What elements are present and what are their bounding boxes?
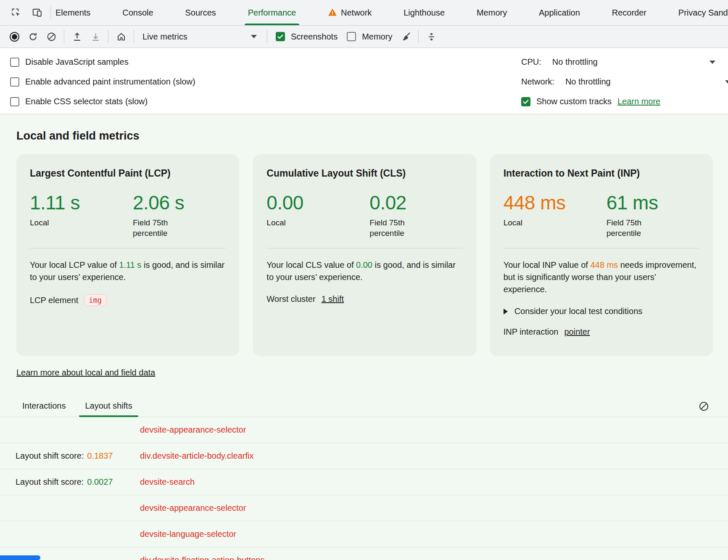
tab-console[interactable]: Console	[121, 0, 154, 25]
tab-label: Network	[341, 8, 372, 18]
field-metric-label: Field 75th percentile	[133, 217, 180, 239]
local-test-conditions-disclosure[interactable]: Consider your local test conditions	[504, 306, 699, 316]
description-value: 1.11 s	[119, 260, 141, 269]
tab-label: Privacy Sandbox	[678, 8, 728, 18]
inp-interaction-label: INP interaction	[504, 327, 559, 337]
advanced-paint-option: Enable advanced paint instrumentation (s…	[10, 72, 521, 92]
chevron-down-icon	[710, 61, 715, 64]
live-metrics-label: Live metrics	[142, 32, 187, 42]
expand-settings-button[interactable]	[422, 28, 440, 45]
node-link[interactable]: div.devsite-article-body.clearfix	[140, 451, 253, 461]
horizontal-scrollbar-thumb[interactable]	[0, 555, 40, 560]
node-link[interactable]: devsite-language-selector	[140, 529, 236, 539]
metric-values: 448 ms Local 61 ms Field 75th percentile	[504, 193, 699, 240]
screenshots-option: Screenshots	[276, 32, 338, 42]
live-metrics-select[interactable]: Live metrics	[137, 28, 264, 45]
score-value: 0.1837	[87, 451, 113, 460]
node-link[interactable]: devsite-search	[140, 477, 195, 487]
learn-more-link[interactable]: Learn more	[617, 97, 660, 106]
device-toolbar-button[interactable]	[27, 3, 47, 22]
metric-card-cls: Cumulative Layout Shift (CLS) 0.00 Local…	[253, 154, 476, 356]
network-throttling-select[interactable]: Network: No throttling	[521, 72, 728, 92]
tab-label: Application	[539, 8, 580, 18]
checkbox-label: Disable JavaScript samples	[25, 57, 129, 67]
tab-network[interactable]: Network	[327, 0, 373, 25]
node-link[interactable]: devsite-appearance-selector	[140, 425, 246, 435]
disable-js-samples-checkbox[interactable]	[10, 58, 19, 67]
inp-interaction-link[interactable]: pointer	[564, 327, 590, 337]
field-metric-value: 0.02	[369, 193, 417, 214]
save-profile-button[interactable]	[86, 28, 105, 45]
live-metrics-log: Interactions Layout shifts devsite-appea…	[0, 398, 728, 560]
reload-and-record-button[interactable]	[24, 28, 42, 45]
metric-card-title: Cumulative Layout Shift (CLS)	[266, 168, 462, 179]
tab-label: Recorder	[612, 8, 646, 18]
home-button[interactable]	[112, 28, 130, 45]
node-link[interactable]: div.devsite-floating-action-buttons	[140, 555, 264, 560]
local-metric-label: Local	[30, 217, 133, 228]
worst-cluster-label: Worst cluster	[266, 294, 315, 304]
record-icon	[10, 32, 19, 42]
worst-cluster-link[interactable]: 1 shift	[322, 294, 344, 304]
description-value: 448 ms	[590, 260, 618, 269]
memory-checkbox[interactable]	[347, 32, 356, 41]
local-metric-label: Local	[504, 217, 607, 228]
chevron-down-icon	[725, 80, 728, 84]
score-value: 0.0027	[87, 477, 113, 486]
tab-elements[interactable]: Elements	[54, 0, 92, 25]
description-text: Your local INP value of	[504, 260, 588, 269]
metric-card-lcp: Largest Contentful Paint (LCP) 1.11 s Lo…	[16, 154, 239, 356]
metric-values: 0.00 Local 0.02 Field 75th percentile	[266, 193, 462, 240]
lcp-element-node-link[interactable]: img	[84, 294, 106, 306]
panel-tabs: Elements Console Sources Performance Net…	[54, 0, 728, 25]
record-button[interactable]	[5, 28, 24, 45]
tab-sources[interactable]: Sources	[184, 0, 217, 25]
cpu-throttling-select[interactable]: CPU: No throttling	[521, 52, 728, 72]
divider	[50, 6, 51, 19]
network-value: No throttling	[565, 77, 611, 87]
css-selector-stats-checkbox[interactable]	[10, 97, 19, 106]
clear-button[interactable]	[42, 28, 61, 45]
metric-card-title: Largest Contentful Paint (LCP)	[30, 168, 226, 179]
check-icon	[522, 98, 530, 106]
load-profile-button[interactable]	[68, 28, 86, 45]
custom-tracks-label: Show custom tracks	[536, 97, 612, 106]
tab-lighthouse[interactable]: Lighthouse	[402, 0, 446, 25]
tab-memory[interactable]: Memory	[475, 0, 508, 25]
metric-description: Your local LCP value of 1.11 s is good, …	[30, 259, 226, 283]
tab-application[interactable]: Application	[538, 0, 581, 25]
layout-shift-rows: devsite-appearance-selector Layout shift…	[0, 417, 728, 560]
tab-label: Memory	[477, 8, 507, 18]
lcp-element-label: LCP element	[30, 296, 78, 305]
tab-layout-shifts[interactable]: Layout shifts	[85, 401, 132, 417]
description-text: Your local LCP value of	[30, 260, 117, 269]
brush-icon	[401, 32, 411, 42]
warning-icon	[328, 8, 337, 17]
tab-performance[interactable]: Performance	[247, 0, 298, 25]
advanced-paint-checkbox[interactable]	[10, 77, 19, 87]
capture-settings: Disable JavaScript samples Enable advanc…	[0, 48, 728, 114]
clear-live-metrics-button[interactable]	[396, 28, 415, 45]
disclosure-label: Consider your local test conditions	[514, 306, 643, 316]
inspect-element-button[interactable]	[6, 3, 26, 22]
tab-label: Interactions	[22, 401, 66, 410]
tab-privacy-sandbox[interactable]: Privacy Sandbox	[677, 0, 728, 25]
layout-shift-row: devsite-appearance-selector	[0, 495, 728, 521]
layout-shift-row: devsite-appearance-selector	[0, 417, 728, 443]
metric-cards: Largest Contentful Paint (LCP) 1.11 s Lo…	[16, 154, 713, 356]
show-custom-tracks-option: Show custom tracks Learn more	[521, 92, 728, 111]
worst-cluster-row: Worst cluster 1 shift	[266, 294, 462, 304]
local-metric-value: 448 ms	[504, 193, 607, 214]
learn-more-local-field-link[interactable]: Learn more about local and field data	[16, 368, 155, 378]
clear-log-button[interactable]	[695, 398, 712, 415]
tab-recorder[interactable]: Recorder	[611, 0, 648, 25]
layout-shift-row: Layout shift score:0.1837 div.devsite-ar…	[0, 443, 728, 469]
expand-vertical-icon	[426, 32, 437, 42]
screenshots-checkbox[interactable]	[276, 32, 285, 41]
tab-label: Sources	[185, 8, 216, 18]
tab-label: Layout shifts	[85, 401, 132, 410]
node-link[interactable]: devsite-appearance-selector	[140, 503, 246, 513]
show-custom-tracks-checkbox[interactable]	[521, 97, 530, 106]
tab-interactions[interactable]: Interactions	[22, 401, 66, 417]
description-text: Your local CLS value of	[266, 260, 353, 269]
